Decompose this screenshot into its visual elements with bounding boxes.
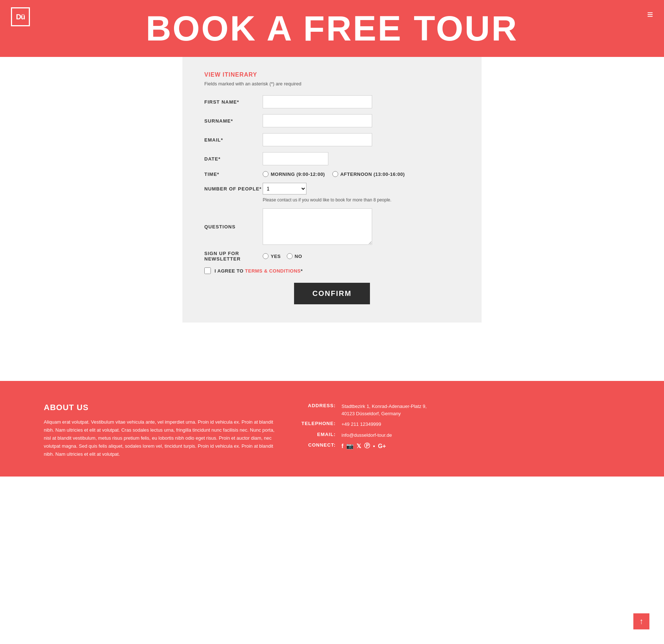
afternoon-radio[interactable] <box>332 171 338 177</box>
people-row: NUMBER OF PEOPLE* 1 2 3 4 5 6 7 8 <box>204 183 460 194</box>
email-value: info@dusseldorf-tour.de <box>341 432 392 439</box>
date-row: DATE* <box>204 152 460 165</box>
date-label: DATE* <box>204 156 263 162</box>
newsletter-label: SIGN UP FOR NEWSLETTER <box>204 251 263 262</box>
view-itinerary-link[interactable]: VIEW ITINERARY <box>204 72 460 78</box>
newsletter-yes-option[interactable]: YES <box>263 253 281 259</box>
surname-label: SURNAME* <box>204 118 263 124</box>
about-title: ABOUT US <box>44 403 277 412</box>
questions-row: QUESTIONS <box>204 208 460 245</box>
pinterest-icon[interactable]: Ⓟ <box>364 442 370 450</box>
social-icons: f 📷 𝕏 Ⓟ ▪ G+ <box>341 442 386 450</box>
newsletter-no-option[interactable]: NO <box>287 253 302 259</box>
terms-checkbox[interactable] <box>204 267 211 274</box>
email-label: EMAIL* <box>204 137 263 143</box>
questions-textarea[interactable] <box>263 208 372 245</box>
people-select[interactable]: 1 2 3 4 5 6 7 8 <box>263 183 306 194</box>
newsletter-options: YES NO <box>263 253 302 259</box>
hamburger-menu-button[interactable]: ≡ <box>647 9 653 20</box>
telephone-value: +49 211 12349999 <box>341 421 381 428</box>
afternoon-option[interactable]: AFTERNOON (13:00-16:00) <box>332 171 405 177</box>
time-options: MORNING (9:00-12:00) AFTERNOON (13:00-16… <box>263 171 405 177</box>
required-note: Fields marked with an asterisk (*) are r… <box>204 81 460 86</box>
first-name-label: FIRST NAME* <box>204 99 263 105</box>
time-label: TIME* <box>204 171 263 177</box>
people-note: Please contact us if you would like to b… <box>263 197 460 203</box>
page-title: BOOK A FREE TOUR <box>11 7 653 46</box>
address-row: ADDRESS: Stadtbezirk 1, Konrad-Adenauer-… <box>299 403 445 417</box>
connect-label: CONNECT: <box>299 442 336 448</box>
newsletter-yes-radio[interactable] <box>263 253 269 259</box>
address-label: ADDRESS: <box>299 403 336 408</box>
address-value: Stadtbezirk 1, Konrad-Adenauer-Platz 9,4… <box>341 403 426 417</box>
about-text: Aliquam erat volutpat. Vestibulum vitae … <box>44 418 277 458</box>
morning-radio[interactable] <box>263 171 269 177</box>
page-footer: ABOUT US Aliquam erat volutpat. Vestibul… <box>0 381 664 477</box>
page-header: Dü ≡ BOOK A FREE TOUR <box>0 0 664 57</box>
booking-form-section: VIEW ITINERARY Fields marked with an ast… <box>182 57 482 323</box>
morning-option[interactable]: MORNING (9:00-12:00) <box>263 171 325 177</box>
vimeo-icon[interactable]: ▪ <box>373 443 375 450</box>
telephone-label: TELEPHONE: <box>299 421 336 426</box>
time-row: TIME* MORNING (9:00-12:00) AFTERNOON (13… <box>204 171 460 177</box>
first-name-input[interactable] <box>263 95 372 108</box>
questions-label: QUESTIONS <box>204 224 263 230</box>
email-row: EMAIL* <box>204 133 460 146</box>
connect-row: CONNECT: f 📷 𝕏 Ⓟ ▪ G+ <box>299 442 445 450</box>
email-label-footer: EMAIL: <box>299 432 336 437</box>
no-label: NO <box>295 254 302 259</box>
yes-label: YES <box>271 254 281 259</box>
footer-contact: ADDRESS: Stadtbezirk 1, Konrad-Adenauer-… <box>299 403 445 454</box>
site-logo[interactable]: Dü <box>11 7 30 26</box>
instagram-icon[interactable]: 📷 <box>346 443 354 450</box>
surname-input[interactable] <box>263 114 372 127</box>
terms-label: I AGREE TO TERMS & CONDITIONS* <box>215 268 303 274</box>
afternoon-label: AFTERNOON (13:00-16:00) <box>340 171 405 177</box>
date-input[interactable] <box>263 152 328 165</box>
people-label: NUMBER OF PEOPLE* <box>204 186 263 192</box>
twitter-icon[interactable]: 𝕏 <box>356 443 361 450</box>
telephone-row: TELEPHONE: +49 211 12349999 <box>299 421 445 428</box>
content-spacer <box>0 323 664 381</box>
email-row-footer: EMAIL: info@dusseldorf-tour.de <box>299 432 445 439</box>
morning-label: MORNING (9:00-12:00) <box>271 171 325 177</box>
email-input[interactable] <box>263 133 372 146</box>
terms-row: I AGREE TO TERMS & CONDITIONS* <box>204 267 460 274</box>
facebook-icon[interactable]: f <box>341 443 343 450</box>
first-name-row: FIRST NAME* <box>204 95 460 108</box>
newsletter-row: SIGN UP FOR NEWSLETTER YES NO <box>204 251 460 262</box>
googleplus-icon[interactable]: G+ <box>378 443 386 450</box>
confirm-button[interactable]: CONFIRM <box>294 283 370 304</box>
surname-row: SURNAME* <box>204 114 460 127</box>
newsletter-no-radio[interactable] <box>287 253 293 259</box>
footer-about: ABOUT US Aliquam erat volutpat. Vestibul… <box>44 403 277 458</box>
terms-link[interactable]: TERMS & CONDITIONS <box>245 268 301 274</box>
